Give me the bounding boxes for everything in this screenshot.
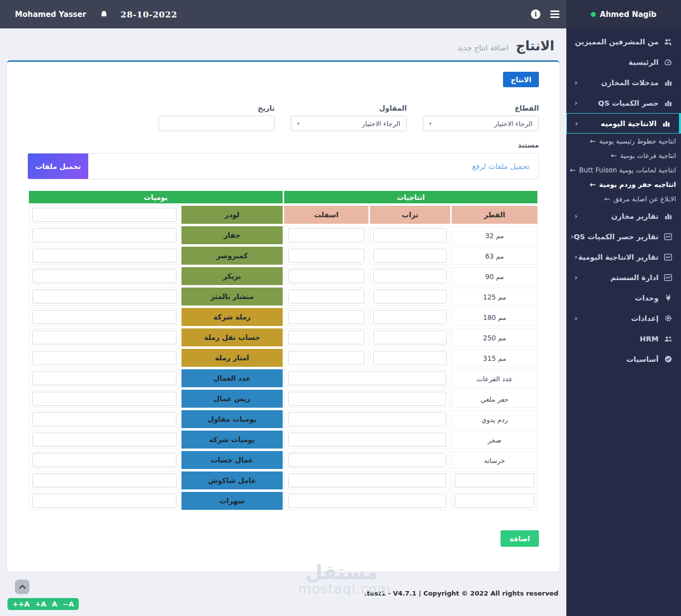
asphalt-input[interactable]: [288, 290, 365, 304]
production-tab-button[interactable]: الانتاج: [503, 72, 539, 87]
sidebar-item[interactable]: مدخلات المخازن‹: [566, 72, 681, 93]
wide-input-cell: [284, 471, 450, 489]
sidebar-item[interactable]: إعدادات‹: [566, 308, 681, 328]
custom-diameter-input[interactable]: [455, 494, 534, 508]
daily-input[interactable]: [32, 249, 176, 263]
sidebar-subitem[interactable]: انتاجية فرعات يومية←: [566, 148, 681, 162]
font-size-button[interactable]: A: [52, 600, 57, 608]
daily-input-cell: [29, 451, 180, 469]
column-header: القطر: [452, 206, 537, 224]
sidebar-subitem[interactable]: انتاجية خطوط رئيسية يومية←: [566, 134, 681, 148]
asphalt-input[interactable]: [288, 310, 365, 324]
daily-input[interactable]: [32, 351, 176, 365]
add-button[interactable]: اضافة: [501, 530, 539, 547]
chevron-left-icon: ‹: [574, 314, 578, 322]
wide-input[interactable]: [288, 473, 447, 487]
dirt-input[interactable]: [373, 228, 446, 242]
wide-input[interactable]: [288, 433, 447, 447]
font-size-button[interactable]: −A: [63, 600, 74, 608]
table-row: عامل شاكوش: [29, 471, 537, 489]
dirt-input[interactable]: [373, 351, 446, 365]
asphalt-cell: [284, 328, 368, 346]
font-size-button[interactable]: ++A: [12, 600, 29, 608]
daily-input[interactable]: [32, 412, 176, 426]
sidebar-item[interactable]: حصر الكميات QS‹: [566, 93, 681, 113]
sidebar-subitem[interactable]: انتاجية لحامات يومية Butt Fuison←: [566, 162, 681, 177]
sidebar-user-header[interactable]: Ahmed Nagib: [566, 0, 681, 28]
sidebar-item-label: إعدادات: [631, 314, 659, 322]
dirt-input[interactable]: [373, 290, 446, 304]
daily-input[interactable]: [32, 473, 176, 487]
daily-input[interactable]: [32, 330, 176, 344]
table-row: 125 مممنشار بالمتر: [29, 288, 537, 306]
asphalt-input[interactable]: [288, 330, 365, 344]
contractor-select[interactable]: الرجاء الاختيار ▾: [291, 116, 407, 131]
asphalt-input[interactable]: [288, 249, 365, 263]
daily-input[interactable]: [32, 371, 176, 385]
asphalt-input[interactable]: [288, 269, 365, 283]
scroll-to-top-button[interactable]: [15, 580, 29, 594]
sidebar-item-label: تقارير حصر الكميات QS: [574, 233, 659, 241]
sidebar-item[interactable]: الانتاجية اليوميه‹: [566, 113, 681, 134]
sector-select[interactable]: الرجاء الاختيار ▾: [423, 116, 539, 131]
sidebar-item[interactable]: ادارة السستم‹: [566, 267, 681, 288]
sidebar-item-label: ادارة السستم: [610, 274, 659, 282]
sidebar-item[interactable]: أساسيات: [566, 349, 681, 369]
wide-input[interactable]: [288, 453, 447, 467]
column-header: تراب: [370, 206, 450, 224]
sidebar-item[interactable]: HRM: [566, 328, 681, 349]
sidebar-item[interactable]: تقارير مخازن‹: [566, 206, 681, 226]
upload-placeholder-text: تحميل ملفات لرفع: [472, 162, 529, 171]
sidebar-item-label: تقارير مخازن: [611, 212, 659, 220]
extra-row-label-cell: صخر: [452, 431, 537, 449]
sidebar-item[interactable]: من المشرفين المميزين: [566, 31, 681, 52]
daily-input[interactable]: [32, 269, 176, 283]
daily-input[interactable]: [32, 392, 176, 406]
sidebar-item[interactable]: الرئيسية: [566, 52, 681, 72]
wide-input[interactable]: [288, 494, 447, 508]
font-size-button[interactable]: +A: [35, 600, 46, 608]
daily-input[interactable]: [32, 208, 176, 222]
daily-input[interactable]: [32, 310, 176, 324]
asphalt-cell: [284, 267, 368, 285]
info-icon[interactable]: i: [531, 9, 540, 19]
asphalt-input[interactable]: [288, 351, 365, 365]
date-input[interactable]: [159, 116, 275, 131]
wide-input[interactable]: [288, 392, 447, 406]
extra-row-label: خرسانه: [484, 457, 505, 464]
custom-diameter-input[interactable]: [455, 473, 534, 487]
dirt-cell: [370, 328, 450, 346]
daily-input[interactable]: [32, 228, 176, 242]
page-title: الانتاج: [516, 38, 554, 53]
sidebar-item[interactable]: وحدات: [566, 288, 681, 308]
notifications-bell-icon[interactable]: [100, 10, 108, 18]
hamburger-menu-icon[interactable]: [550, 10, 559, 18]
sidebar-item[interactable]: تقارير الانتاجية اليومية‹: [566, 247, 681, 267]
sidebar-item-label: أساسيات: [626, 355, 659, 363]
daily-input[interactable]: [32, 290, 176, 304]
wide-input-cell: [284, 369, 450, 387]
sidebar-item[interactable]: تقارير حصر الكميات QS‹: [566, 226, 681, 247]
dirt-input[interactable]: [373, 310, 446, 324]
table-row: 32 ممحفار: [29, 226, 537, 244]
dirt-input[interactable]: [373, 330, 446, 344]
table-row: القطرتراباسفلتلودر: [29, 206, 537, 224]
daily-input-cell: [29, 267, 180, 285]
asphalt-input[interactable]: [288, 228, 365, 242]
sidebar-subitem[interactable]: انتاجيه حفر وردم يومية←: [566, 177, 681, 191]
upload-files-button[interactable]: تحميل ملفات: [28, 154, 88, 179]
wide-input[interactable]: [288, 371, 447, 385]
asphalt-cell: [284, 349, 368, 367]
daily-label-cell: كمبروسر: [181, 247, 283, 265]
dirt-input[interactable]: [373, 249, 446, 263]
wide-input[interactable]: [288, 412, 447, 426]
extra-row-label-cell: ردم يدوي: [452, 410, 537, 428]
dirt-input[interactable]: [373, 269, 446, 283]
sidebar-subitem[interactable]: الابلاغ عن اصابة مرفق←: [566, 191, 681, 206]
daily-input[interactable]: [32, 453, 176, 467]
table-row: 63 ممكمبروسر: [29, 247, 537, 265]
daily-input[interactable]: [32, 433, 176, 447]
sidebar-menu: من المشرفين المميزينالرئيسيةمدخلات المخا…: [566, 28, 681, 369]
daily-input[interactable]: [32, 494, 176, 508]
upload-dropzone[interactable]: تحميل ملفات لرفع تحميل ملفات: [27, 153, 539, 179]
